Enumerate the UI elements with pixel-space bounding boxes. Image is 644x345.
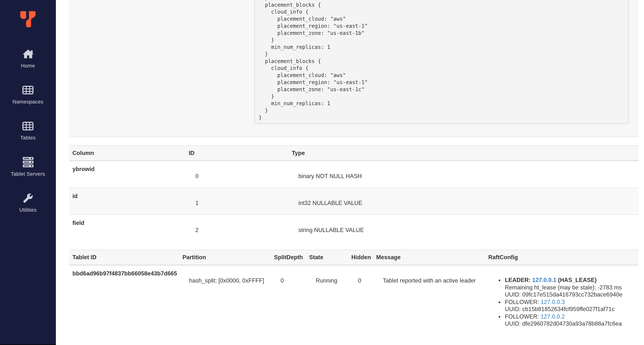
raft-lease-flag: (HAS_LEASE) [558,276,597,283]
tablet-message: Tablet reported with an active leader [373,265,485,327]
tablet-splitdepth: 0 [270,265,306,327]
sidebar-nav: Home Namespaces [0,41,56,221]
schema-table: Column ID Type ybrowid 0 binary NOT NULL… [69,145,638,241]
schema-header-column: Column [69,146,186,161]
main-content: } placement_blocks { cloud_info { placem… [56,0,644,327]
tablets-header-tablet-id: Tablet ID [69,250,179,265]
sidebar-item-label: Tables [20,135,36,141]
column-type: string NULLABLE VALUE [288,214,638,241]
raft-role: LEADER: [505,276,530,283]
schema-row: field 2 string NULLABLE VALUE [69,214,638,241]
raft-entry-follower: FOLLOWER: 127.0.0.2 UUID: dfe2960782d047… [505,313,635,327]
tablets-table: Tablet ID Partition SplitDepth State Hid… [69,250,638,327]
column-id: 0 [186,161,288,188]
tables-grid-icon [22,121,34,131]
schema-row: ybrowid 0 binary NOT NULL HASH [69,161,638,188]
sidebar-item-label: Namespaces [12,99,44,105]
yugabyte-logo [20,11,36,28]
column-id: 1 [186,188,288,214]
tablets-header-partition: Partition [179,250,271,265]
table-info-panel: } placement_blocks { cloud_info { placem… [69,0,638,137]
tablet-raft-config: LEADER: 127.0.0.1 (HAS_LEASE) Remaining … [485,265,638,327]
raft-uuid: UUID: 09fc17e515da416793cc732bace6940e [505,291,622,298]
tablets-header-raftconfig: RaftConfig [485,250,638,265]
sidebar-item-utilities[interactable]: Utilities [0,185,56,221]
schema-header-id: ID [186,146,288,161]
schema-header-row: Column ID Type [69,146,638,161]
raft-address-link[interactable]: 127.0.0.3 [540,298,565,305]
column-name: id [69,188,186,214]
schema-row: id 1 int32 NULLABLE VALUE [69,188,638,214]
sidebar-item-label: Home [21,63,35,69]
namespaces-grid-icon [22,85,34,95]
raft-uuid: UUID: dfe2960782d04730a93a78b88a7fc6ea [505,320,622,327]
replication-info-code: } placement_blocks { cloud_info { placem… [254,0,629,124]
sidebar-item-tables[interactable]: Tables [0,113,56,149]
tablets-header-hidden: Hidden [348,250,373,265]
tablets-header-splitdepth: SplitDepth [270,250,306,265]
wrench-icon [23,193,33,203]
tablets-header-state: State [306,250,348,265]
sidebar-item-home[interactable]: Home [0,41,56,77]
tablet-partition: hash_split: [0x0000, 0xFFFF] [179,265,271,327]
tablets-header-row: Tablet ID Partition SplitDepth State Hid… [69,250,638,265]
raft-config-list: LEADER: 127.0.0.1 (HAS_LEASE) Remaining … [488,276,635,327]
raft-entry-follower: FOLLOWER: 127.0.0.3 UUID: cb15b81852634f… [505,298,635,313]
raft-address-link[interactable]: 127.0.0.1 [532,276,556,283]
sidebar-item-namespaces[interactable]: Namespaces [0,77,56,113]
home-icon [22,49,34,59]
column-id: 2 [186,214,288,241]
column-name: ybrowid [69,161,186,188]
schema-header-type: Type [288,146,638,161]
servers-stack-icon [22,156,33,167]
tablets-header-message: Message [373,250,485,265]
tablet-hidden: 0 [348,265,373,327]
tablet-row: bbd6ad96b97f4837bb66058e43b7d665 hash_sp… [69,265,638,327]
raft-uuid: UUID: cb15b81852634fcf959ffe027f1af71c [505,306,614,312]
raft-lease-remaining: Remaining ht_lease (may be stale): -2783… [505,284,622,290]
sidebar: Home Namespaces [0,0,56,345]
raft-address-link[interactable]: 127.0.0.2 [540,313,565,320]
column-type: int32 NULLABLE VALUE [288,188,638,214]
sidebar-item-label: Utilities [19,207,36,213]
sidebar-bottom-edge [0,344,56,345]
app-viewport: Home Namespaces [0,0,644,345]
raft-entry-leader: LEADER: 127.0.0.1 (HAS_LEASE) Remaining … [505,276,635,298]
raft-role: FOLLOWER: [505,313,539,320]
column-name: field [69,214,186,241]
tablet-id: bbd6ad96b97f4837bb66058e43b7d665 [69,265,179,327]
sidebar-item-tablet-servers[interactable]: Tablet Servers [0,149,56,185]
raft-role: FOLLOWER: [505,298,539,305]
sidebar-item-label: Tablet Servers [11,171,45,177]
tablet-state: Running [306,265,348,327]
column-type: binary NOT NULL HASH [288,161,638,188]
